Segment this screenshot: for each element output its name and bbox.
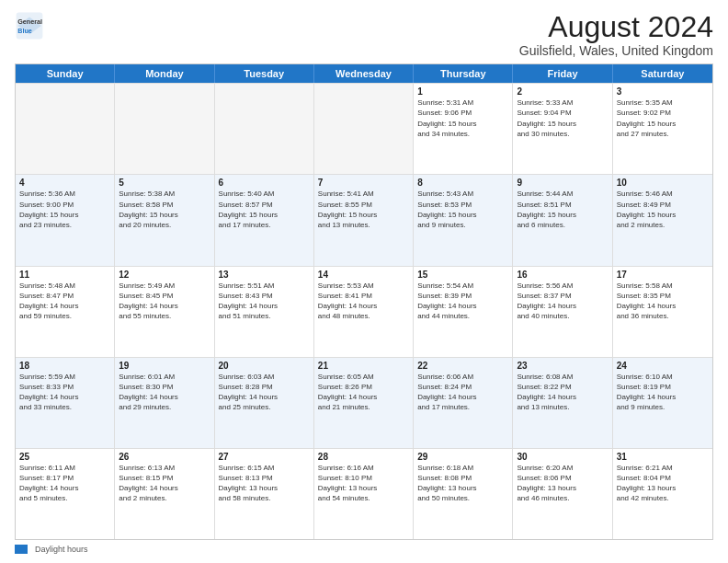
cal-cell: 13Sunrise: 5:51 AM Sunset: 8:43 PM Dayli…	[215, 267, 314, 357]
cal-cell: 14Sunrise: 5:53 AM Sunset: 8:41 PM Dayli…	[314, 267, 414, 357]
cal-cell: 23Sunrise: 6:08 AM Sunset: 8:22 PM Dayli…	[513, 358, 612, 448]
day-info: Sunrise: 5:51 AM Sunset: 8:43 PM Dayligh…	[219, 281, 310, 322]
day-info: Sunrise: 6:01 AM Sunset: 8:30 PM Dayligh…	[119, 372, 210, 413]
calendar-header: SundayMondayTuesdayWednesdayThursdayFrid…	[16, 64, 712, 83]
day-info: Sunrise: 5:46 AM Sunset: 8:49 PM Dayligh…	[617, 189, 709, 230]
legend-label: Daylight hours	[35, 545, 88, 554]
day-info: Sunrise: 6:06 AM Sunset: 8:24 PM Dayligh…	[417, 372, 508, 413]
cal-row-3: 18Sunrise: 5:59 AM Sunset: 8:33 PM Dayli…	[16, 357, 712, 448]
day-info: Sunrise: 5:58 AM Sunset: 8:35 PM Dayligh…	[617, 281, 709, 322]
cal-cell: 27Sunrise: 6:15 AM Sunset: 8:13 PM Dayli…	[215, 449, 314, 539]
day-number: 14	[318, 270, 409, 280]
day-number: 21	[318, 361, 409, 371]
logo: General Blue	[15, 11, 48, 40]
day-number: 20	[219, 361, 310, 371]
day-number: 27	[219, 452, 310, 462]
day-number: 16	[517, 270, 608, 280]
day-info: Sunrise: 5:49 AM Sunset: 8:45 PM Dayligh…	[119, 281, 210, 322]
svg-text:General: General	[17, 17, 42, 26]
cal-cell: 30Sunrise: 6:20 AM Sunset: 8:06 PM Dayli…	[513, 449, 612, 539]
day-number: 4	[19, 178, 110, 188]
cal-cell: 2Sunrise: 5:33 AM Sunset: 9:04 PM Daylig…	[513, 84, 612, 174]
day-info: Sunrise: 5:43 AM Sunset: 8:53 PM Dayligh…	[417, 189, 508, 230]
cal-cell: 11Sunrise: 5:48 AM Sunset: 8:47 PM Dayli…	[16, 267, 115, 357]
calendar: SundayMondayTuesdayWednesdayThursdayFrid…	[15, 63, 713, 540]
day-number: 13	[219, 270, 310, 280]
cal-cell: 19Sunrise: 6:01 AM Sunset: 8:30 PM Dayli…	[115, 358, 214, 448]
subtitle: Guilsfield, Wales, United Kingdom	[519, 43, 713, 58]
day-number: 28	[318, 452, 409, 462]
cal-cell: 16Sunrise: 5:56 AM Sunset: 8:37 PM Dayli…	[513, 267, 612, 357]
cal-row-0: 1Sunrise: 5:31 AM Sunset: 9:06 PM Daylig…	[16, 83, 712, 174]
cal-cell: 9Sunrise: 5:44 AM Sunset: 8:51 PM Daylig…	[513, 175, 612, 265]
day-info: Sunrise: 5:54 AM Sunset: 8:39 PM Dayligh…	[417, 281, 508, 322]
legend-color-box	[15, 545, 28, 554]
cal-cell: 24Sunrise: 6:10 AM Sunset: 8:19 PM Dayli…	[613, 358, 712, 448]
day-info: Sunrise: 5:31 AM Sunset: 9:06 PM Dayligh…	[417, 98, 508, 139]
day-number: 19	[119, 361, 210, 371]
svg-text:Blue: Blue	[17, 27, 32, 35]
cal-cell: 5Sunrise: 5:38 AM Sunset: 8:58 PM Daylig…	[115, 175, 214, 265]
day-info: Sunrise: 5:33 AM Sunset: 9:04 PM Dayligh…	[517, 98, 608, 139]
cal-cell: 22Sunrise: 6:06 AM Sunset: 8:24 PM Dayli…	[414, 358, 513, 448]
cal-cell: 7Sunrise: 5:41 AM Sunset: 8:55 PM Daylig…	[314, 175, 414, 265]
day-number: 6	[219, 178, 310, 188]
day-number: 7	[318, 178, 409, 188]
cal-cell: 21Sunrise: 6:05 AM Sunset: 8:26 PM Dayli…	[314, 358, 414, 448]
cal-header-cell-sunday: Sunday	[16, 64, 115, 83]
cal-row-2: 11Sunrise: 5:48 AM Sunset: 8:47 PM Dayli…	[16, 266, 712, 357]
cal-cell: 28Sunrise: 6:16 AM Sunset: 8:10 PM Dayli…	[314, 449, 414, 539]
cal-row-4: 25Sunrise: 6:11 AM Sunset: 8:17 PM Dayli…	[16, 448, 712, 539]
day-number: 30	[517, 452, 608, 462]
cal-cell: 20Sunrise: 6:03 AM Sunset: 8:28 PM Dayli…	[215, 358, 314, 448]
cal-cell: 8Sunrise: 5:43 AM Sunset: 8:53 PM Daylig…	[414, 175, 513, 265]
day-info: Sunrise: 5:41 AM Sunset: 8:55 PM Dayligh…	[318, 189, 409, 230]
day-info: Sunrise: 6:08 AM Sunset: 8:22 PM Dayligh…	[517, 372, 608, 413]
day-number: 23	[517, 361, 608, 371]
cal-header-cell-thursday: Thursday	[414, 64, 513, 83]
cal-cell	[215, 84, 314, 174]
day-info: Sunrise: 5:56 AM Sunset: 8:37 PM Dayligh…	[517, 281, 608, 322]
day-number: 9	[517, 178, 608, 188]
day-info: Sunrise: 5:59 AM Sunset: 8:33 PM Dayligh…	[19, 372, 110, 413]
cal-header-cell-monday: Monday	[115, 64, 214, 83]
day-info: Sunrise: 6:13 AM Sunset: 8:15 PM Dayligh…	[119, 463, 210, 504]
day-number: 17	[617, 270, 709, 280]
day-number: 12	[119, 270, 210, 280]
day-info: Sunrise: 6:18 AM Sunset: 8:08 PM Dayligh…	[417, 463, 508, 504]
cal-cell: 10Sunrise: 5:46 AM Sunset: 8:49 PM Dayli…	[613, 175, 712, 265]
day-number: 25	[19, 452, 110, 462]
cal-header-cell-wednesday: Wednesday	[314, 64, 414, 83]
cal-header-cell-tuesday: Tuesday	[215, 64, 314, 83]
day-info: Sunrise: 6:20 AM Sunset: 8:06 PM Dayligh…	[517, 463, 608, 504]
day-number: 1	[417, 86, 508, 97]
cal-cell: 29Sunrise: 6:18 AM Sunset: 8:08 PM Dayli…	[414, 449, 513, 539]
page: General Blue August 2024 Guilsfield, Wal…	[0, 0, 728, 563]
day-number: 8	[417, 178, 508, 188]
cal-cell: 12Sunrise: 5:49 AM Sunset: 8:45 PM Dayli…	[115, 267, 214, 357]
day-number: 22	[417, 361, 508, 371]
cal-cell	[16, 84, 115, 174]
day-number: 2	[517, 86, 608, 97]
day-number: 3	[617, 86, 709, 97]
day-number: 31	[617, 452, 709, 462]
cal-cell: 17Sunrise: 5:58 AM Sunset: 8:35 PM Dayli…	[613, 267, 712, 357]
day-info: Sunrise: 6:21 AM Sunset: 8:04 PM Dayligh…	[617, 463, 709, 504]
cal-cell: 15Sunrise: 5:54 AM Sunset: 8:39 PM Dayli…	[414, 267, 513, 357]
day-number: 29	[417, 452, 508, 462]
day-info: Sunrise: 6:16 AM Sunset: 8:10 PM Dayligh…	[318, 463, 409, 504]
day-info: Sunrise: 5:48 AM Sunset: 8:47 PM Dayligh…	[19, 281, 110, 322]
day-info: Sunrise: 6:03 AM Sunset: 8:28 PM Dayligh…	[219, 372, 310, 413]
header: General Blue August 2024 Guilsfield, Wal…	[15, 11, 713, 58]
day-number: 24	[617, 361, 709, 371]
day-info: Sunrise: 6:11 AM Sunset: 8:17 PM Dayligh…	[19, 463, 110, 504]
cal-cell: 3Sunrise: 5:35 AM Sunset: 9:02 PM Daylig…	[613, 84, 712, 174]
day-info: Sunrise: 6:15 AM Sunset: 8:13 PM Dayligh…	[219, 463, 310, 504]
logo-icon: General Blue	[15, 11, 44, 40]
cal-header-cell-friday: Friday	[513, 64, 612, 83]
footer: Daylight hours	[15, 545, 713, 554]
cal-cell: 18Sunrise: 5:59 AM Sunset: 8:33 PM Dayli…	[16, 358, 115, 448]
day-info: Sunrise: 5:53 AM Sunset: 8:41 PM Dayligh…	[318, 281, 409, 322]
day-info: Sunrise: 5:44 AM Sunset: 8:51 PM Dayligh…	[517, 189, 608, 230]
cal-cell: 1Sunrise: 5:31 AM Sunset: 9:06 PM Daylig…	[414, 84, 513, 174]
